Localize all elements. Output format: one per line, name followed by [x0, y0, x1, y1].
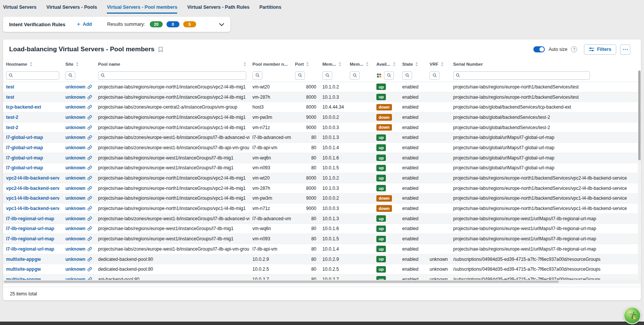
table-row[interactable]: vpc1-l4-ilb-backend-serviceunknownprojec… — [3, 194, 641, 204]
site-link[interactable]: unknown — [65, 186, 86, 191]
site-link[interactable]: unknown — [65, 84, 86, 90]
site-link[interactable]: unknown — [65, 206, 86, 211]
site-link[interactable]: unknown — [65, 246, 86, 252]
hostname-link[interactable]: l7-ilb-regional-url-map — [6, 246, 54, 252]
filter-input-availability[interactable] — [384, 71, 394, 80]
help-icon[interactable]: ? — [571, 46, 577, 52]
hostname-link[interactable]: l7-global-url-map — [6, 135, 43, 140]
column-header-hostname[interactable]: Hostname — [3, 62, 62, 66]
table-row[interactable]: l7-global-url-mapunknownprojects/nae-lab… — [3, 153, 641, 163]
hostname-link[interactable]: vpc2-l4-ilb-backend-service — [6, 175, 59, 181]
column-header-site[interactable]: Site — [62, 62, 95, 66]
filter-input-member_address[interactable] — [322, 71, 332, 80]
site-link[interactable]: unknown — [65, 226, 86, 231]
tab-virtual-servers-path-rules[interactable]: Virtual Servers - Path Rules — [187, 5, 249, 14]
more-options-button[interactable]: ⋯ — [620, 44, 630, 55]
filter-input-member_2[interactable] — [350, 71, 360, 80]
site-link[interactable]: unknown — [65, 267, 86, 272]
table-row[interactable]: vpc1-l4-ilb-backend-serviceunknownprojec… — [3, 204, 641, 214]
vertical-scrollbar-thumb[interactable] — [638, 71, 641, 160]
filter-input-state[interactable] — [402, 71, 412, 80]
hostname-link[interactable]: l7-global-url-map — [6, 165, 43, 170]
vertical-scrollbar[interactable] — [638, 70, 641, 283]
site-link[interactable]: unknown — [65, 145, 86, 150]
hostname-link[interactable]: multisite-appgw — [6, 267, 41, 272]
site-link[interactable]: unknown — [65, 216, 86, 221]
column-header-port[interactable]: Port — [292, 62, 319, 66]
column-header-state[interactable]: State — [399, 62, 427, 66]
site-link[interactable]: unknown — [65, 196, 86, 201]
table-row[interactable]: l7-ilb-regional-url-mapunknownprojects/n… — [3, 234, 641, 244]
table-row[interactable]: l7-global-url-mapunknownprojects/nae-lab… — [3, 133, 641, 143]
column-header-member_address[interactable]: Mem... — [319, 62, 347, 66]
filter-input-hostname[interactable] — [6, 71, 59, 80]
mascot-avatar[interactable] — [623, 307, 641, 324]
column-header-vrf[interactable]: VRF — [427, 62, 450, 66]
add-rule-button[interactable]: + Add — [77, 21, 92, 27]
site-link[interactable]: unknown — [65, 95, 86, 100]
site-link[interactable]: unknown — [65, 115, 86, 120]
column-header-pool_name[interactable]: Pool name — [95, 62, 249, 66]
hostname-link[interactable]: test — [6, 84, 14, 90]
site-link[interactable]: unknown — [65, 104, 86, 110]
summary-badge-pass-count[interactable]: 20 — [150, 21, 163, 27]
summary-badge-info-count[interactable]: 0 — [167, 21, 179, 27]
column-header-serial_number[interactable]: Serial Number — [450, 62, 641, 66]
site-link[interactable]: unknown — [65, 125, 86, 130]
table-row[interactable]: vpc2-l4-ilb-backend-serviceunknownprojec… — [3, 183, 641, 194]
chevron-down-icon[interactable] — [219, 23, 224, 26]
tab-partitions[interactable]: Partitions — [259, 5, 281, 14]
table-row[interactable]: testunknownprojects/nae-labs/regions/eur… — [3, 82, 641, 92]
filter-input-pool_member_name[interactable] — [252, 71, 262, 80]
table-row[interactable]: l7-global-url-mapunknownprojects/nae-lab… — [3, 163, 641, 174]
hostname-link[interactable]: l7-global-url-map — [6, 145, 43, 150]
tab-virtual-servers-pools[interactable]: Virtual Servers - Pools — [46, 5, 97, 14]
table-row[interactable]: l7-ilb-regional-url-mapunknownprojects/n… — [3, 224, 641, 234]
filter-input-pool_name[interactable] — [98, 71, 246, 80]
site-link[interactable]: unknown — [65, 257, 86, 262]
site-link[interactable]: unknown — [65, 236, 86, 241]
hostname-link[interactable]: l7-ilb-regional-url-map — [6, 226, 54, 231]
site-link[interactable]: unknown — [65, 135, 86, 140]
site-link[interactable]: unknown — [65, 175, 86, 181]
table-row[interactable]: test-2unknownprojects/nae-labs/regions/e… — [3, 112, 641, 123]
column-header-member_2[interactable]: Mem... — [347, 62, 373, 66]
hostname-link[interactable]: vpc1-l4-ilb-backend-service — [6, 196, 59, 201]
site-link[interactable]: unknown — [65, 155, 86, 161]
table-row[interactable]: test-2unknownprojects/nae-labs/regions/e… — [3, 123, 641, 133]
horizontal-scrollbar-thumb[interactable] — [4, 281, 559, 283]
hostname-link[interactable]: multisite-appgw — [6, 257, 41, 262]
hostname-link[interactable]: vpc2-l4-ilb-backend-service — [6, 186, 59, 191]
filter-input-port[interactable] — [295, 71, 305, 80]
column-header-pool_member_name[interactable]: Pool member n... — [249, 62, 292, 66]
table-row[interactable]: vpc2-l4-ilb-backend-serviceunknownprojec… — [3, 173, 641, 183]
table-row[interactable]: multisite-appgwunknowndedicated-backend-… — [3, 264, 641, 275]
table-row[interactable]: multisite-appgwunknowndedicated-backend-… — [3, 254, 641, 265]
hostname-link[interactable]: vpc1-l4-ilb-backend-service — [6, 206, 59, 211]
table-row[interactable]: l7-global-url-mapunknownprojects/nae-lab… — [3, 143, 641, 153]
hostname-link[interactable]: l7-ilb-regional-url-map — [6, 236, 54, 241]
tab-virtual-servers[interactable]: Virtual Servers — [3, 5, 36, 14]
filters-button[interactable]: Filters — [584, 44, 616, 55]
hostname-link[interactable]: l7-ilb-regional-url-map — [6, 216, 54, 221]
table-row[interactable]: l7-ilb-regional-url-mapunknownprojects/n… — [3, 244, 641, 254]
table-row[interactable]: testunknownprojects/nae-labs/regions/eur… — [3, 92, 641, 103]
hostname-link[interactable]: l7-global-url-map — [6, 155, 43, 161]
filter-input-vrf[interactable] — [430, 71, 439, 80]
column-header-availability[interactable]: Avail... — [373, 62, 399, 66]
filter-input-site[interactable] — [65, 71, 75, 80]
summary-badge-warn-count[interactable]: 5 — [183, 21, 196, 27]
hostname-link[interactable]: test-2 — [6, 125, 18, 130]
horizontal-scrollbar[interactable] — [3, 280, 641, 283]
hostname-link[interactable]: test-2 — [6, 115, 18, 120]
status-filter-icon[interactable] — [376, 73, 382, 78]
tab-virtual-servers-pool-members[interactable]: Virtual Servers - Pool members — [107, 5, 177, 14]
table-row[interactable]: tcp-backend-extunknownprojects/nae-labs/… — [3, 102, 641, 112]
site-link[interactable]: unknown — [65, 165, 86, 170]
bookmark-icon[interactable] — [158, 47, 163, 52]
table-row[interactable]: l7-ilb-regional-url-mapunknownprojects/n… — [3, 214, 641, 224]
filter-input-serial_number[interactable] — [453, 71, 590, 80]
hostname-link[interactable]: tcp-backend-ext — [6, 104, 41, 110]
auto-size-toggle[interactable] — [533, 46, 545, 52]
hostname-link[interactable]: test — [6, 95, 14, 100]
